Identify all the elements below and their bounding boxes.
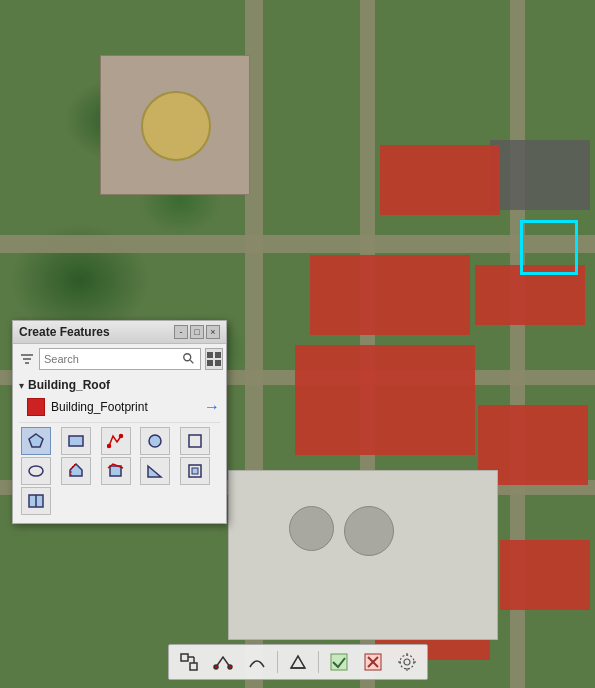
svg-rect-23 [181,654,188,661]
building-feature-4[interactable] [295,345,475,455]
svg-marker-29 [291,656,305,668]
circle-tool-button[interactable] [140,427,170,455]
curve-button[interactable] [241,647,273,677]
panel-restore-button[interactable]: □ [190,325,204,339]
svg-rect-20 [192,468,198,474]
capitol-building [100,55,250,195]
selected-building[interactable] [520,220,578,275]
feature-symbol-icon [27,398,45,416]
complex-dome-2 [344,506,394,556]
bottom-toolbar [168,644,428,680]
panel-body: ▾ Building_Roof Building_Footprint → [13,344,226,523]
delete-sketch-button[interactable] [357,647,389,677]
building-feature-1[interactable] [380,145,500,215]
split-tool-button[interactable] [21,487,51,515]
panel-close-button[interactable]: × [206,325,220,339]
complex-dome-1 [289,506,334,551]
feature-item[interactable]: Building_Footprint → [19,394,220,420]
building-feature-2[interactable] [310,255,470,335]
rectangle-tool-button[interactable] [61,427,91,455]
polygon-tool-button[interactable] [21,427,51,455]
capitol-dome [141,91,211,161]
svg-rect-14 [189,435,201,447]
svg-marker-18 [148,466,161,477]
svg-point-28 [228,665,232,669]
svg-point-11 [107,445,110,448]
svg-rect-6 [215,352,221,358]
panel-header[interactable]: Create Features - □ × [13,321,226,344]
svg-point-13 [149,435,161,447]
buffer-tool-button[interactable] [180,457,210,485]
layer-group-header[interactable]: ▾ Building_Roof [19,376,220,394]
svg-marker-16 [70,464,82,476]
svg-marker-17 [110,466,121,476]
create-features-panel: Create Features - □ × [12,320,227,524]
road-horizontal-1 [0,235,595,253]
svg-point-12 [119,435,122,438]
search-input-container[interactable] [39,348,201,370]
finish-sketch-button[interactable] [323,647,355,677]
snap-rect-button[interactable] [173,647,205,677]
panel-minimize-button[interactable]: - [174,325,188,339]
svg-rect-5 [207,352,213,358]
autocomplete-tool-button[interactable] [61,457,91,485]
svg-rect-10 [69,436,83,446]
tools-grid [19,423,220,519]
layer-group-name: Building_Roof [28,378,110,392]
ellipse-tool-button[interactable] [21,457,51,485]
angle-sketch-button[interactable] [282,647,314,677]
svg-line-4 [190,360,193,363]
svg-point-35 [404,659,410,665]
freehand-tool-button[interactable] [101,427,131,455]
angle-tool-button[interactable] [140,457,170,485]
svg-point-3 [184,354,191,361]
search-input[interactable] [44,353,182,365]
search-row [19,348,220,370]
svg-rect-8 [215,360,221,366]
layer-group: ▾ Building_Roof Building_Footprint → [19,374,220,423]
arc-button[interactable] [207,647,239,677]
grid-view-button[interactable] [205,348,223,370]
toolbar-divider-2 [318,651,319,673]
svg-marker-9 [29,434,43,447]
panel-title: Create Features [19,325,110,339]
panel-controls: - □ × [174,325,220,339]
svg-point-27 [214,665,218,669]
feature-label: Building_Footprint [51,400,198,414]
search-icon[interactable] [182,352,196,366]
snapping-settings-button[interactable] [391,647,423,677]
svg-point-15 [29,466,43,476]
filter-icon[interactable] [19,351,35,367]
svg-rect-24 [190,663,197,670]
building-feature-7[interactable] [500,540,590,610]
expand-arrow-icon: ▾ [19,380,24,391]
svg-point-36 [400,655,414,669]
parking-lot [490,140,590,210]
toolbar-divider-1 [277,651,278,673]
building-complex [228,470,498,640]
feature-select-arrow-icon[interactable]: → [204,398,220,416]
svg-rect-7 [207,360,213,366]
square-tool-button[interactable] [180,427,210,455]
reshape-tool-button[interactable] [101,457,131,485]
